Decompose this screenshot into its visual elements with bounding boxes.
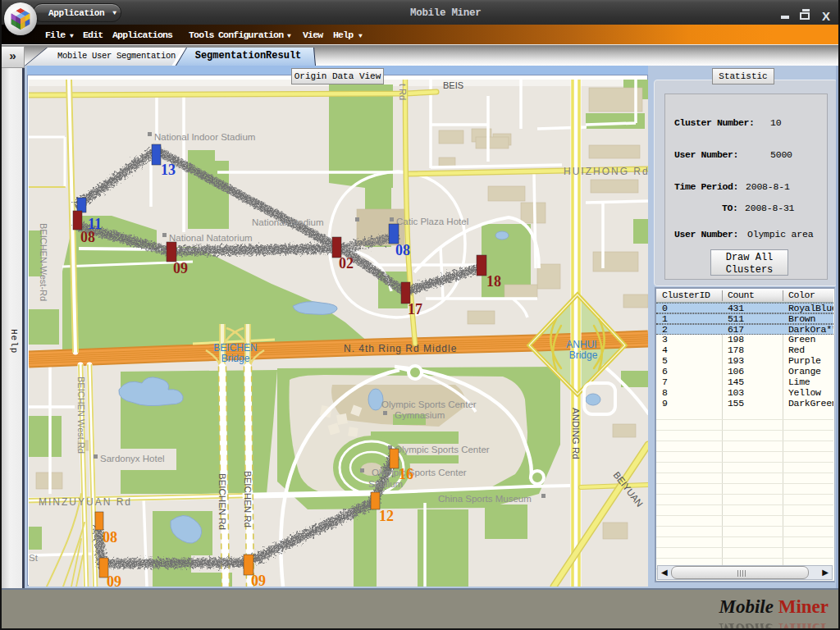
svg-text:08: 08 [395,242,410,258]
svg-text:National Stadium: National Stadium [252,217,324,227]
svg-text:N. 4th Ring Rd Middle: N. 4th Ring Rd Middle [344,343,457,354]
svg-text:Gymnasium: Gymnasium [395,410,445,420]
svg-text:BEICHEN West Rd: BEICHEN West Rd [76,377,86,454]
svg-text:BEICHEN-West-Rd: BEICHEN-West-Rd [39,223,48,301]
svg-text:12: 12 [379,508,394,524]
svg-text:BEICHEN: BEICHEN [213,342,257,354]
svg-text:Olympic Sports Center: Olympic Sports Center [372,468,467,477]
svg-text:17: 17 [408,301,422,317]
svg-text:16: 16 [399,466,413,482]
svg-text:08: 08 [80,229,95,245]
svg-text:HUIZHONG Rd: HUIZHONG Rd [564,166,648,177]
svg-text:08: 08 [103,529,117,546]
svg-text:Olympic Sports Center: Olympic Sports Center [395,445,490,454]
svg-text:National Natatorium: National Natatorium [169,233,253,243]
svg-text:Stadium: Stadium [368,479,403,489]
svg-text:ANHUI: ANHUI [566,339,596,350]
svg-text:Catic Plaza Hotel: Catic Plaza Hotel [396,217,468,226]
svg-text:13: 13 [161,162,176,178]
svg-text:BEICHEN Rd: BEICHEN Rd [243,471,253,527]
svg-text:St: St [29,553,39,563]
svg-text:BEICHEN Rd: BEICHEN Rd [217,473,227,530]
svg-text:Sardonyx Hotel: Sardonyx Hotel [100,454,165,463]
svg-text:ANDING Rd: ANDING Rd [571,408,581,459]
svg-text:Olympic Sports Center: Olympic Sports Center [381,399,477,409]
svg-text:09: 09 [251,573,266,587]
svg-text:National Indoor Stadium: National Indoor Stadium [154,132,255,142]
svg-text:09: 09 [173,260,188,276]
svg-text:09: 09 [107,573,121,587]
svg-text:BEIS: BEIS [443,80,463,90]
svg-text:MINZUYUAN Rd: MINZUYUAN Rd [39,496,132,508]
svg-text:18: 18 [486,273,501,290]
svg-text:China Sports Museum: China Sports Museum [438,494,532,504]
svg-text:Bridge: Bridge [221,353,250,364]
svg-text:t Rd: t Rd [398,84,408,100]
svg-text:Bridge: Bridge [569,349,598,361]
svg-text:02: 02 [339,255,354,272]
